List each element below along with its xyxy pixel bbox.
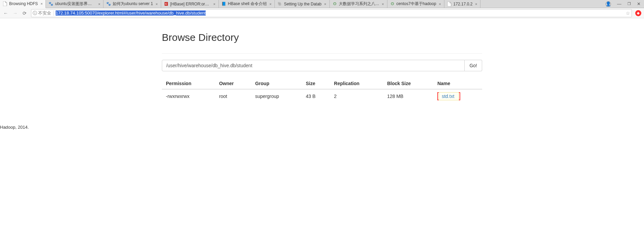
tab-close-icon[interactable]: × (438, 2, 442, 6)
separator (162, 53, 482, 54)
cell-size: 43 B (302, 89, 330, 103)
url-selected: 172.18.74.105:50070/explorer.html#/user/… (56, 10, 206, 16)
address-bar[interactable]: ⓘ 不安全 172.18.74.105:50070/explorer.html#… (31, 9, 632, 17)
tab-title: ubuntu安装图形界面_百 (55, 1, 95, 7)
tab-close-icon[interactable]: × (323, 2, 327, 6)
browser-chrome: Browsing HDFS×🐾ubuntu安装图形界面_百×🐾如何为ubuntu… (0, 0, 644, 18)
minimize-button[interactable]: — (617, 1, 621, 6)
browser-tab[interactable]: C[HBase] ERROR:org.ap× (161, 0, 219, 8)
nav-bar: ← → ⟳ ⓘ 不安全 172.18.74.105:50070/explorer… (0, 8, 644, 18)
col-block-size: Block Size (383, 78, 433, 89)
security-indicator[interactable]: ⓘ 不安全 (33, 10, 51, 16)
favicon-icon: 📘 (222, 2, 226, 6)
tab-title: Setting Up the Datab (284, 2, 321, 6)
tab-title: Browsing HDFS (9, 1, 38, 6)
browser-tab[interactable]: 📘HBase shell 命令介绍× (219, 0, 275, 8)
cell-block-size: 128 MB (383, 89, 433, 103)
col-owner: Owner (215, 78, 251, 89)
divider (53, 10, 54, 16)
table-row: -rwxrwxrwxrootsupergroup43 B2128 MBstd.t… (162, 89, 482, 103)
page-heading: Browse Directory (162, 32, 482, 43)
favicon-icon: ⵙ (332, 2, 337, 6)
forward-button: → (12, 10, 18, 16)
footer: Hadoop, 2014. (0, 123, 644, 131)
cell-replication: 2 (330, 89, 383, 103)
reload-button[interactable]: ⟳ (22, 10, 28, 16)
tab-title: [HBase] ERROR:org.ap (170, 2, 211, 6)
tab-title: 172.17.0.2 (453, 2, 473, 6)
maximize-button[interactable]: ❐ (627, 2, 631, 6)
directory-table: Permission Owner Group Size Replication … (162, 78, 482, 103)
highlight-box: std.txt (437, 92, 460, 100)
favicon-icon: 🐾 (49, 2, 53, 6)
browser-tab[interactable]: Browsing HDFS× (0, 0, 46, 8)
favicon-icon (447, 2, 452, 6)
browser-tab[interactable]: ⵙ大数据学习系列之八----× (330, 0, 387, 8)
col-replication: Replication (330, 78, 383, 89)
table-header-row: Permission Owner Group Size Replication … (162, 78, 482, 89)
go-button[interactable]: Go! (465, 60, 482, 71)
col-group: Group (251, 78, 302, 89)
tab-title: centos7中基于hadoop (397, 1, 436, 7)
browser-tab[interactable]: 172.17.0.2× (444, 0, 481, 8)
tab-close-icon[interactable]: × (155, 2, 159, 6)
bookmark-star-icon[interactable]: ☆ (626, 10, 630, 16)
page-content: Browse Directory Go! Permission Owner Gr… (158, 18, 486, 103)
favicon-icon: ⵙ (390, 2, 395, 6)
url-text[interactable]: 172.18.74.105:50070/explorer.html#/user/… (56, 10, 624, 16)
user-icon[interactable]: 👤 (606, 1, 611, 7)
back-button[interactable]: ← (3, 10, 9, 16)
path-input[interactable] (162, 60, 465, 71)
browser-tab[interactable]: 🐘Setting Up the Datab× (275, 0, 329, 8)
tab-close-icon[interactable]: × (474, 2, 478, 6)
extension-icon[interactable]: ◆ (635, 10, 641, 16)
tab-strip: Browsing HDFS×🐾ubuntu安装图形界面_百×🐾如何为ubuntu… (0, 0, 644, 8)
cell-owner: root (215, 89, 251, 103)
tab-title: HBase shell 命令介绍 (228, 1, 267, 7)
insecure-label: 不安全 (38, 10, 51, 16)
tab-title: 大数据学习系列之八---- (339, 1, 379, 7)
tab-close-icon[interactable]: × (381, 2, 385, 6)
info-icon: ⓘ (33, 10, 37, 16)
col-name: Name (433, 78, 482, 89)
browser-tab[interactable]: ⵙcentos7中基于hadoop× (387, 0, 444, 8)
tab-title: 如何为ubuntu server 1 (113, 1, 153, 7)
file-link[interactable]: std.txt (442, 94, 454, 99)
tab-close-icon[interactable]: × (268, 2, 272, 6)
cell-name: std.txt (433, 89, 482, 103)
col-size: Size (302, 78, 330, 89)
cell-group: supergroup (251, 89, 302, 103)
col-permission: Permission (162, 78, 215, 89)
close-window-button[interactable]: ✕ (637, 1, 641, 6)
cell-permission: -rwxrwxrwx (162, 89, 215, 103)
favicon-icon: 🐘 (277, 2, 282, 6)
tab-close-icon[interactable]: × (212, 2, 216, 6)
browser-tab[interactable]: 🐾ubuntu安装图形界面_百× (46, 0, 104, 8)
favicon-icon (3, 1, 7, 6)
favicon-icon: 🐾 (106, 2, 111, 6)
tab-close-icon[interactable]: × (97, 2, 101, 6)
window-controls: 👤 — ❐ ✕ (602, 1, 644, 7)
path-row: Go! (162, 60, 482, 71)
favicon-icon: C (164, 2, 169, 6)
browser-tab[interactable]: 🐾如何为ubuntu server 1× (104, 0, 161, 8)
tab-close-icon[interactable]: × (39, 2, 43, 6)
